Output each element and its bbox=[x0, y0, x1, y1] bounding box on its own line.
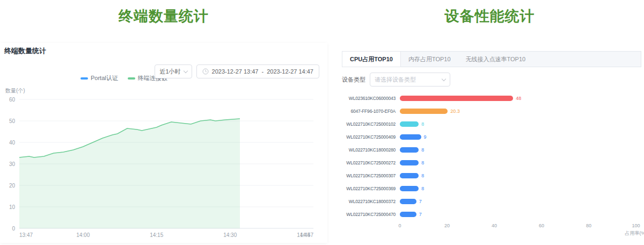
date-start: 2023-12-27 13:47 bbox=[212, 68, 259, 75]
bar-row: 6047-FF96-1070-EF0A20.3 bbox=[342, 105, 644, 118]
usage-bar bbox=[400, 147, 419, 153]
chart-legend: Portal认证 终端连接数 bbox=[80, 74, 167, 82]
bar-value: 8 bbox=[421, 121, 424, 127]
svg-text:14:15: 14:15 bbox=[150, 232, 163, 238]
device-name: WL022710KC725000272 bbox=[342, 160, 396, 165]
bar-value: 8 bbox=[421, 173, 424, 178]
svg-text:40: 40 bbox=[9, 140, 16, 146]
usage-bar bbox=[400, 134, 421, 140]
bar-track: 8 bbox=[400, 186, 644, 191]
x-tick: 40 bbox=[492, 223, 497, 228]
x-axis-label: 占用率(%) bbox=[625, 230, 644, 237]
svg-text:10: 10 bbox=[9, 204, 16, 210]
svg-text:14:00: 14:00 bbox=[76, 232, 90, 238]
device-name: WL022710KC725000470 bbox=[342, 212, 396, 217]
device-type-placeholder: 请选择设备类型 bbox=[375, 76, 416, 84]
usage-bar bbox=[400, 173, 419, 178]
x-tick: 20 bbox=[444, 223, 450, 228]
section-title-terminal: 终端数量统计 bbox=[0, 6, 327, 26]
bar-row: WL022710KC180003727 bbox=[342, 195, 644, 208]
svg-text:14:30: 14:30 bbox=[223, 232, 237, 238]
bar-value: 8 bbox=[421, 160, 424, 165]
y-axis-label: 数量(个) bbox=[5, 87, 25, 95]
date-separator: - bbox=[261, 68, 264, 75]
bar-row: WL022710KC7250001028 bbox=[342, 118, 644, 131]
usage-bar bbox=[400, 212, 416, 217]
bar-track: 8 bbox=[400, 147, 644, 153]
device-performance-panel: CPU占用TOP10 内存占用TOP10 无线接入点速率TOP10 设备类型 请… bbox=[335, 43, 644, 243]
performance-tabs: CPU占用TOP10 内存占用TOP10 无线接入点速率TOP10 bbox=[342, 51, 641, 67]
device-name: WL022710KC725000102 bbox=[342, 121, 396, 127]
usage-bar bbox=[400, 96, 513, 101]
tab-cpu-top10[interactable]: CPU占用TOP10 bbox=[342, 52, 401, 67]
x-tick: 0 bbox=[398, 223, 401, 228]
device-type-filter: 设备类型 请选择设备类型 bbox=[342, 73, 644, 87]
bar-chart-x-axis: 占用率(%) 020406080100 bbox=[400, 223, 644, 239]
usage-bar bbox=[400, 186, 419, 191]
legend-marker-connections bbox=[128, 77, 135, 80]
bar-value: 48 bbox=[516, 96, 521, 101]
bar-value: 20.3 bbox=[450, 109, 460, 114]
bar-track: 8 bbox=[400, 121, 644, 127]
cpu-usage-bar-chart: WL023610KC06000043486047-FF96-1070-EF0A2… bbox=[342, 92, 644, 221]
bar-row: WL022710KC7250004099 bbox=[342, 131, 644, 143]
bar-row: WL023610KC0600004348 bbox=[342, 92, 644, 105]
device-type-label: 设备类型 bbox=[342, 76, 365, 84]
legend-label: Portal认证 bbox=[91, 74, 118, 82]
bar-row: WL022710KC7250002728 bbox=[342, 156, 644, 169]
tab-memory-top10[interactable]: 内存占用TOP10 bbox=[401, 52, 458, 67]
device-name: WL022710KC18000372 bbox=[342, 199, 396, 204]
bar-track: 8 bbox=[400, 160, 644, 165]
svg-text:60: 60 bbox=[9, 97, 16, 103]
bar-row: WL022710KC180002808 bbox=[342, 143, 644, 156]
device-type-select[interactable]: 请选择设备类型 bbox=[370, 73, 450, 87]
svg-text:30: 30 bbox=[9, 161, 16, 167]
svg-text:20: 20 bbox=[9, 183, 16, 189]
svg-text:13:47: 13:47 bbox=[19, 232, 33, 238]
usage-bar bbox=[400, 160, 419, 165]
device-name: WL023610KC06000043 bbox=[342, 96, 396, 101]
clock-icon bbox=[202, 68, 209, 75]
bar-track: 48 bbox=[400, 96, 644, 101]
x-tick: 80 bbox=[586, 223, 591, 228]
svg-text:14:47: 14:47 bbox=[300, 232, 313, 238]
chevron-down-icon bbox=[442, 76, 446, 81]
bar-track: 20.3 bbox=[400, 109, 644, 114]
bar-row: WL022710KC7250004707 bbox=[342, 208, 644, 221]
bar-value: 7 bbox=[419, 212, 422, 217]
time-range-select[interactable]: 近1小时 bbox=[155, 64, 192, 78]
bar-track: 9 bbox=[400, 134, 644, 140]
tab-ap-rate-top10[interactable]: 无线接入点速率TOP10 bbox=[458, 52, 533, 67]
device-name: WL022710KC725000409 bbox=[342, 134, 396, 140]
time-filter-controls: 近1小时 2023-12-27 13:47 - 2023-12-27 14:47 bbox=[155, 64, 319, 78]
bar-track: 7 bbox=[400, 212, 644, 217]
panel-header: 终端数量统计 bbox=[4, 46, 46, 56]
device-name: WL022710KC725000307 bbox=[342, 173, 396, 178]
date-range-picker[interactable]: 2023-12-27 13:47 - 2023-12-27 14:47 bbox=[196, 64, 319, 78]
device-name: 6047-FF96-1070-EF0A bbox=[342, 109, 396, 114]
bar-value: 9 bbox=[424, 134, 427, 140]
bar-track: 7 bbox=[400, 199, 644, 204]
bar-value: 7 bbox=[419, 199, 422, 204]
usage-bar bbox=[400, 199, 416, 204]
section-title-performance: 设备性能统计 bbox=[335, 6, 644, 26]
time-range-value: 近1小时 bbox=[159, 68, 180, 76]
svg-text:50: 50 bbox=[9, 118, 16, 124]
device-name: WL022710KC18000280 bbox=[342, 147, 396, 153]
legend-marker-portal bbox=[80, 77, 88, 80]
legend-item-portal[interactable]: Portal认证 bbox=[80, 74, 118, 82]
bar-row: WL022710KC7250003078 bbox=[342, 169, 644, 182]
bar-value: 8 bbox=[421, 186, 424, 191]
svg-text:0: 0 bbox=[12, 226, 15, 232]
device-name: WL022710KC725000369 bbox=[342, 186, 396, 191]
bar-track: 8 bbox=[400, 173, 644, 178]
terminal-count-panel: 终端数量统计 Portal认证 终端连接数 近1小时 2023-12-27 13… bbox=[0, 43, 327, 243]
terminal-line-chart: 010203040506013:4714:0014:1514:3014:4514… bbox=[3, 95, 322, 241]
x-tick: 100 bbox=[632, 223, 640, 228]
x-tick: 60 bbox=[539, 223, 544, 228]
bar-value: 8 bbox=[421, 147, 424, 153]
usage-bar bbox=[400, 109, 448, 114]
area-chart-svg: 010203040506013:4714:0014:1514:3014:4514… bbox=[3, 95, 322, 241]
date-end: 2023-12-27 14:47 bbox=[267, 68, 313, 75]
usage-bar bbox=[400, 121, 419, 127]
